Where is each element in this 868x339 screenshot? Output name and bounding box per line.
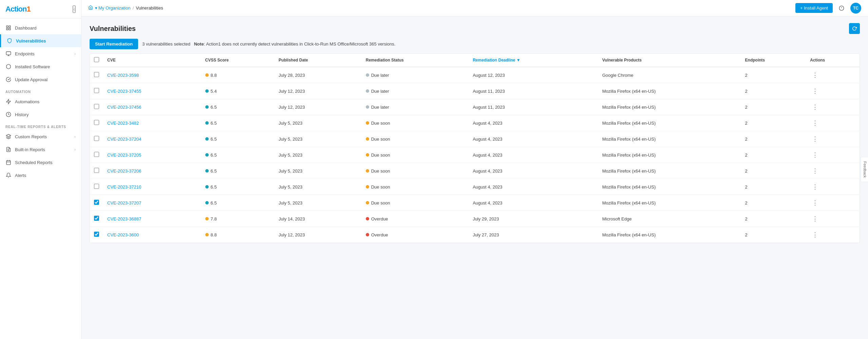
row-checkbox[interactable] bbox=[94, 120, 99, 125]
sidebar-item-builtin-reports[interactable]: Built-in Reports › bbox=[0, 143, 81, 156]
cve-link[interactable]: CVE-2023-37207 bbox=[107, 200, 141, 206]
sidebar-item-update-approval[interactable]: Update Approval bbox=[0, 73, 81, 86]
cve-link[interactable]: CVE-2023-37456 bbox=[107, 105, 141, 110]
sidebar-item-history[interactable]: History bbox=[0, 108, 81, 121]
status-cell: Due soon bbox=[362, 131, 469, 147]
row-actions-button[interactable]: ⋮ bbox=[810, 150, 820, 159]
selection-info: 3 vulnerabilities selected Note: Action1… bbox=[142, 41, 395, 47]
endpoints-cell: 2 bbox=[741, 195, 806, 211]
select-all-checkbox[interactable] bbox=[94, 57, 99, 62]
col-deadline[interactable]: Remediation Deadline ▼ bbox=[469, 54, 598, 67]
sidebar: Action1 ‹ Dashboard Vulnerabilities bbox=[0, 0, 81, 339]
sidebar-item-endpoints[interactable]: Endpoints › bbox=[0, 47, 81, 60]
cve-link[interactable]: CVE-2023-3598 bbox=[107, 73, 139, 78]
user-avatar[interactable]: TC bbox=[850, 3, 861, 14]
row-checkbox[interactable] bbox=[94, 104, 99, 109]
row-actions-button[interactable]: ⋮ bbox=[810, 214, 820, 223]
row-actions-button[interactable]: ⋮ bbox=[810, 230, 820, 239]
cve-link[interactable]: CVE-2023-37204 bbox=[107, 137, 141, 142]
endpoints-cell: 2 bbox=[741, 99, 806, 115]
status-dot bbox=[366, 137, 369, 141]
table-row: CVE-2023-37205 6.5 July 5, 2023 Due soon… bbox=[90, 147, 860, 163]
cvss-dot bbox=[205, 217, 209, 220]
cve-cell: CVE-2023-3482 bbox=[103, 115, 201, 131]
cve-link[interactable]: CVE-2023-3600 bbox=[107, 232, 139, 237]
row-checkbox[interactable] bbox=[94, 200, 99, 205]
cvss-cell: 6.5 bbox=[201, 99, 275, 115]
svg-rect-0 bbox=[6, 26, 8, 28]
sidebar-item-label: Alerts bbox=[15, 173, 26, 178]
install-agent-button[interactable]: + Install Agent bbox=[795, 3, 833, 13]
status-text: Due soon bbox=[371, 200, 390, 206]
actions-cell: ⋮ bbox=[806, 179, 860, 195]
row-checkbox[interactable] bbox=[94, 136, 99, 141]
sidebar-item-dashboard[interactable]: Dashboard bbox=[0, 21, 81, 34]
start-remediation-button[interactable]: Start Remediation bbox=[90, 39, 138, 49]
actions-cell: ⋮ bbox=[806, 115, 860, 131]
chevron-right-icon: › bbox=[74, 135, 76, 139]
sidebar-item-vulnerabilities[interactable]: Vulnerabilities bbox=[0, 34, 81, 47]
product-cell: Mozilla Firefox (x64 en-US) bbox=[598, 83, 741, 99]
check-circle-icon bbox=[5, 76, 12, 83]
cve-link[interactable]: CVE-2023-3482 bbox=[107, 121, 139, 126]
feedback-tab[interactable]: Feedback bbox=[861, 157, 868, 182]
cvss-cell: 6.5 bbox=[201, 195, 275, 211]
sidebar-item-label: Installed Software bbox=[15, 64, 50, 69]
sidebar-item-automations[interactable]: Automations bbox=[0, 95, 81, 108]
breadcrumb-org[interactable]: ▾ My Organization bbox=[95, 5, 131, 11]
cvss-cell: 8.8 bbox=[201, 227, 275, 243]
refresh-button[interactable] bbox=[849, 23, 860, 34]
row-checkbox[interactable] bbox=[94, 232, 99, 237]
cve-link[interactable]: CVE-2023-37206 bbox=[107, 168, 141, 174]
status-text: Overdue bbox=[371, 216, 388, 221]
row-checkbox[interactable] bbox=[94, 216, 99, 221]
row-actions-button[interactable]: ⋮ bbox=[810, 135, 820, 143]
product-cell: Mozilla Firefox (x64 en-US) bbox=[598, 115, 741, 131]
row-checkbox[interactable] bbox=[94, 168, 99, 173]
deadline-cell: August 4, 2023 bbox=[469, 131, 598, 147]
row-actions-button[interactable]: ⋮ bbox=[810, 198, 820, 207]
published-cell: July 12, 2023 bbox=[275, 83, 362, 99]
row-actions-button[interactable]: ⋮ bbox=[810, 71, 820, 79]
cvss-value: 6.5 bbox=[211, 137, 217, 142]
notifications-button[interactable] bbox=[836, 3, 847, 14]
row-actions-button[interactable]: ⋮ bbox=[810, 87, 820, 95]
sidebar-item-custom-reports[interactable]: Custom Reports › bbox=[0, 130, 81, 143]
row-actions-button[interactable]: ⋮ bbox=[810, 103, 820, 111]
sidebar-item-scheduled-reports[interactable]: Scheduled Reports bbox=[0, 156, 81, 169]
table-row: CVE-2023-3482 6.5 July 5, 2023 Due soon … bbox=[90, 115, 860, 131]
row-actions-button[interactable]: ⋮ bbox=[810, 119, 820, 127]
row-checkbox[interactable] bbox=[94, 152, 99, 157]
note-label: Note bbox=[194, 41, 204, 47]
row-checkbox[interactable] bbox=[94, 72, 99, 77]
sidebar-item-label: Endpoints bbox=[15, 51, 35, 56]
sidebar-item-installed-software[interactable]: Installed Software bbox=[0, 60, 81, 73]
cve-link[interactable]: CVE-2023-36887 bbox=[107, 216, 141, 221]
row-actions-button[interactable]: ⋮ bbox=[810, 182, 820, 191]
cve-cell: CVE-2023-36887 bbox=[103, 211, 201, 227]
reports-section-label: REAL-TIME REPORTS & ALERTS bbox=[0, 121, 81, 130]
row-checkbox[interactable] bbox=[94, 88, 99, 93]
status-text: Due soon bbox=[371, 168, 390, 174]
deadline-cell: August 11, 2023 bbox=[469, 83, 598, 99]
published-cell: July 5, 2023 bbox=[275, 195, 362, 211]
cvss-value: 6.5 bbox=[211, 121, 217, 126]
published-cell: July 14, 2023 bbox=[275, 211, 362, 227]
col-actions: Actions bbox=[806, 54, 860, 67]
cve-link[interactable]: CVE-2023-37205 bbox=[107, 153, 141, 158]
status-dot bbox=[366, 217, 369, 220]
col-products: Vulnerable Products bbox=[598, 54, 741, 67]
sidebar-collapse-button[interactable]: ‹ bbox=[73, 5, 76, 13]
row-checkbox[interactable] bbox=[94, 184, 99, 189]
app-container: Action1 ‹ Dashboard Vulnerabilities bbox=[0, 0, 868, 339]
cve-cell: CVE-2023-3598 bbox=[103, 67, 201, 83]
cve-link[interactable]: CVE-2023-37455 bbox=[107, 89, 141, 94]
cvss-dot bbox=[205, 137, 209, 141]
cve-link[interactable]: CVE-2023-37210 bbox=[107, 184, 141, 190]
sidebar-item-alerts[interactable]: Alerts bbox=[0, 169, 81, 182]
deadline-cell: July 27, 2023 bbox=[469, 227, 598, 243]
cvss-cell: 6.5 bbox=[201, 179, 275, 195]
row-actions-button[interactable]: ⋮ bbox=[810, 166, 820, 175]
deadline-cell: August 4, 2023 bbox=[469, 179, 598, 195]
sidebar-item-label: Update Approval bbox=[15, 77, 48, 82]
